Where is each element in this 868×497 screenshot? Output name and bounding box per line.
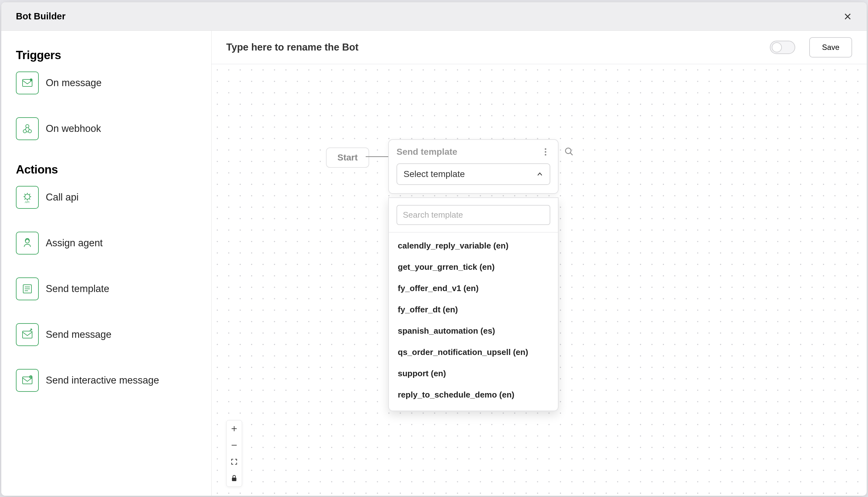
agent-icon (16, 232, 39, 255)
zoom-in-button[interactable] (227, 421, 242, 437)
svg-point-16 (545, 151, 547, 153)
node-title: Send template (396, 147, 457, 157)
dropdown-item[interactable]: get_your_grren_tick (en) (389, 256, 558, 278)
action-label: Call api (46, 191, 78, 203)
svg-point-2 (23, 130, 26, 133)
zoom-out-button[interactable] (227, 437, 242, 453)
lock-button[interactable] (227, 470, 242, 486)
close-button[interactable] (841, 10, 855, 24)
send-message-icon (16, 323, 39, 346)
close-icon (843, 12, 852, 21)
svg-point-5 (25, 194, 30, 199)
enable-toggle[interactable] (770, 41, 795, 54)
action-send-message[interactable]: Send message (16, 323, 197, 346)
lock-icon (230, 474, 238, 482)
template-search-input[interactable] (396, 205, 550, 225)
svg-point-3 (28, 130, 31, 133)
toggle-knob (772, 42, 782, 53)
action-label: Send message (46, 329, 112, 340)
triggers-heading: Triggers (16, 48, 197, 62)
trigger-label: On webhook (46, 123, 101, 134)
modal-header: Bot Builder (1, 2, 867, 31)
dropdown-item[interactable]: fy_offer_dt (en) (389, 299, 558, 320)
trigger-on-webhook[interactable]: On webhook (16, 117, 197, 140)
interactive-message-icon (16, 369, 39, 392)
canvas-controls (226, 420, 242, 487)
action-label: Send template (46, 283, 109, 295)
dropdown-list: calendly_reply_variable (en) get_your_gr… (389, 232, 558, 411)
sidebar: Triggers On message On webhook Actions (1, 31, 212, 496)
modal-title: Bot Builder (16, 11, 66, 22)
save-button[interactable]: Save (809, 37, 852, 58)
actions-heading: Actions (16, 163, 197, 176)
action-label: Send interactive message (46, 375, 159, 386)
svg-text:API: API (25, 200, 30, 204)
minus-icon (230, 441, 238, 449)
start-node[interactable]: Start (326, 147, 369, 168)
select-label: Select template (404, 169, 465, 179)
svg-point-15 (545, 148, 547, 150)
node-menu-button[interactable] (541, 147, 550, 157)
template-select[interactable]: Select template (396, 164, 550, 185)
flow-canvas[interactable]: Start Send template Select template (212, 64, 867, 496)
svg-line-19 (570, 153, 573, 155)
bot-builder-modal: Bot Builder Triggers On message (1, 2, 867, 496)
svg-point-17 (545, 154, 547, 156)
expand-icon (230, 458, 238, 466)
action-assign-agent[interactable]: Assign agent (16, 232, 197, 255)
chevron-up-icon (536, 171, 543, 178)
dropdown-item[interactable]: support (en) (389, 363, 558, 384)
dropdown-item[interactable]: qs_order_notification_upsell (en) (389, 342, 558, 363)
node-zoom-button[interactable] (564, 147, 574, 158)
trigger-on-message[interactable]: On message (16, 71, 197, 94)
node-header: Send template (396, 147, 550, 157)
svg-point-1 (30, 79, 32, 81)
action-send-template[interactable]: Send template (16, 278, 197, 300)
fit-view-button[interactable] (227, 453, 242, 470)
send-template-node[interactable]: Send template Select template (388, 139, 559, 194)
kebab-icon (545, 148, 547, 156)
action-label: Assign agent (46, 237, 103, 249)
node-connector (366, 156, 391, 157)
rename-bar: Save (212, 31, 867, 64)
svg-rect-12 (23, 331, 32, 338)
magnifier-icon (564, 147, 574, 156)
dropdown-item[interactable]: spanish_automation (es) (389, 320, 558, 342)
action-send-interactive-message[interactable]: Send interactive message (16, 369, 197, 392)
svg-point-18 (566, 148, 571, 154)
api-icon: API (16, 186, 39, 209)
svg-point-4 (26, 125, 29, 128)
webhook-icon (16, 117, 39, 140)
template-dropdown: calendly_reply_variable (en) get_your_gr… (388, 197, 559, 411)
trigger-label: On message (46, 77, 102, 89)
dropdown-item[interactable]: reply_to_schedule_demo (en) (389, 384, 558, 406)
action-call-api[interactable]: API Call api (16, 186, 197, 209)
message-icon (16, 71, 39, 94)
dropdown-item[interactable]: calendly_reply_variable (en) (389, 235, 558, 256)
svg-rect-23 (232, 478, 236, 481)
bot-name-input[interactable] (226, 42, 770, 53)
template-icon (16, 278, 39, 300)
plus-icon (230, 425, 238, 432)
dropdown-item[interactable]: fy_offer_end_v1 (en) (389, 278, 558, 299)
